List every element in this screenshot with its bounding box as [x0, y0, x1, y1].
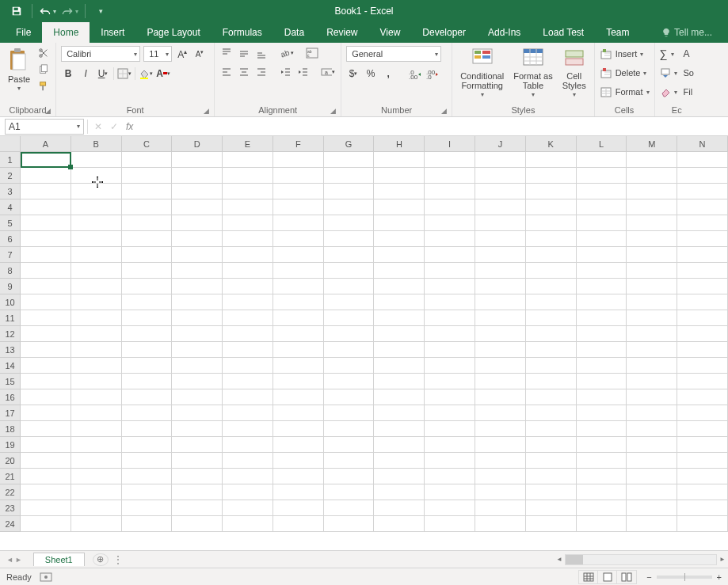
- row-header[interactable]: 22: [0, 484, 21, 500]
- cell[interactable]: [475, 500, 526, 516]
- cell[interactable]: [627, 294, 677, 310]
- cancel-formula-button[interactable]: ✕: [94, 121, 102, 132]
- fill-color-button[interactable]: ▾: [139, 66, 153, 81]
- cell[interactable]: [273, 358, 324, 374]
- cell[interactable]: [122, 421, 173, 437]
- cell[interactable]: [223, 405, 273, 421]
- cell[interactable]: [677, 294, 728, 310]
- cell[interactable]: [577, 358, 627, 374]
- cell[interactable]: [526, 199, 577, 215]
- cell[interactable]: [172, 469, 223, 484]
- clear-button[interactable]: ▾: [660, 84, 677, 100]
- cell[interactable]: [172, 168, 223, 184]
- cell[interactable]: [71, 199, 122, 215]
- cell[interactable]: [273, 168, 324, 184]
- cell[interactable]: [122, 437, 173, 453]
- wrap-text-button[interactable]: abc: [305, 46, 319, 60]
- cell[interactable]: [71, 437, 122, 453]
- row-header[interactable]: 8: [0, 263, 21, 279]
- row-header[interactable]: 18: [0, 421, 21, 437]
- row-header[interactable]: 15: [0, 374, 21, 389]
- cell[interactable]: [21, 453, 71, 469]
- cell[interactable]: [172, 152, 223, 168]
- new-sheet-button[interactable]: ⊕: [93, 553, 109, 566]
- hscroll-right[interactable]: ►: [717, 554, 728, 565]
- cell[interactable]: [577, 469, 627, 484]
- cell[interactable]: [71, 516, 122, 532]
- cell[interactable]: [677, 184, 728, 199]
- italic-button[interactable]: I: [78, 66, 93, 81]
- font-color-button[interactable]: A▾: [156, 66, 170, 81]
- cell[interactable]: [677, 374, 728, 389]
- cell[interactable]: [223, 247, 273, 263]
- cell[interactable]: [324, 484, 375, 500]
- cell[interactable]: [21, 152, 71, 168]
- cell[interactable]: [627, 199, 677, 215]
- cell[interactable]: [425, 279, 475, 294]
- cell[interactable]: [677, 215, 728, 231]
- cell[interactable]: [577, 263, 627, 279]
- cell[interactable]: [425, 437, 475, 453]
- cell[interactable]: [324, 326, 375, 342]
- row-header[interactable]: 3: [0, 184, 21, 199]
- cell[interactable]: [21, 484, 71, 500]
- cell[interactable]: [223, 215, 273, 231]
- cell[interactable]: [677, 405, 728, 421]
- column-header[interactable]: E: [223, 136, 273, 152]
- cell[interactable]: [172, 484, 223, 500]
- tab-load-test[interactable]: Load Test: [532, 22, 595, 43]
- cell[interactable]: [526, 437, 577, 453]
- cell[interactable]: [273, 152, 324, 168]
- cell[interactable]: [526, 294, 577, 310]
- cell[interactable]: [374, 453, 425, 469]
- cell[interactable]: [223, 279, 273, 294]
- cell[interactable]: [172, 231, 223, 247]
- column-header[interactable]: K: [526, 136, 577, 152]
- format-cells-button[interactable]: Format▾: [600, 84, 650, 100]
- cell[interactable]: [475, 247, 526, 263]
- cell[interactable]: [627, 168, 677, 184]
- cell[interactable]: [71, 469, 122, 484]
- cell[interactable]: [374, 342, 425, 358]
- cell[interactable]: [526, 374, 577, 389]
- cell[interactable]: [223, 342, 273, 358]
- cell[interactable]: [71, 500, 122, 516]
- cell[interactable]: [526, 215, 577, 231]
- formula-input[interactable]: [139, 119, 728, 135]
- cell[interactable]: [374, 421, 425, 437]
- column-header[interactable]: N: [677, 136, 728, 152]
- qat-customize-button[interactable]: ▾: [90, 2, 111, 21]
- cell[interactable]: [122, 168, 173, 184]
- cell[interactable]: [577, 437, 627, 453]
- number-launcher[interactable]: ◢: [441, 107, 447, 115]
- zoom-slider[interactable]: [657, 576, 712, 579]
- cell[interactable]: [71, 152, 122, 168]
- cell[interactable]: [577, 168, 627, 184]
- cell[interactable]: [475, 215, 526, 231]
- cell[interactable]: [627, 231, 677, 247]
- cell[interactable]: [172, 247, 223, 263]
- cell[interactable]: [627, 310, 677, 326]
- cell[interactable]: [71, 168, 122, 184]
- cell[interactable]: [122, 342, 173, 358]
- cell[interactable]: [425, 184, 475, 199]
- cell[interactable]: [21, 168, 71, 184]
- cell[interactable]: [677, 342, 728, 358]
- cell[interactable]: [273, 326, 324, 342]
- percent-format-button[interactable]: %: [364, 66, 378, 81]
- cell[interactable]: [21, 500, 71, 516]
- cell[interactable]: [223, 168, 273, 184]
- align-top-button[interactable]: [219, 46, 234, 60]
- cell[interactable]: [21, 231, 71, 247]
- row-header[interactable]: 12: [0, 326, 21, 342]
- row-header[interactable]: 14: [0, 358, 21, 374]
- decrease-font-size-button[interactable]: A▾: [192, 47, 207, 61]
- copy-button[interactable]: [36, 63, 51, 77]
- cell[interactable]: [627, 500, 677, 516]
- cell[interactable]: [374, 326, 425, 342]
- cell[interactable]: [677, 437, 728, 453]
- fill-handle[interactable]: [68, 165, 73, 169]
- cell[interactable]: [21, 389, 71, 405]
- cell[interactable]: [21, 342, 71, 358]
- cell[interactable]: [677, 279, 728, 294]
